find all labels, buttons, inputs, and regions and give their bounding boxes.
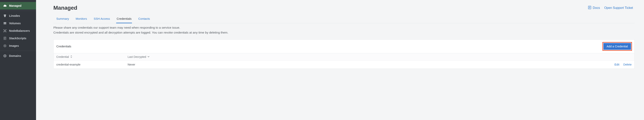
sidebar-divider	[0, 51, 36, 51]
description: Please share any credentials our support…	[53, 25, 634, 35]
tabs: Summary Monitors SSH Access Credentials …	[53, 15, 634, 23]
tab-monitors[interactable]: Monitors	[75, 15, 88, 23]
sidebar-item-domains[interactable]: Domains	[0, 52, 36, 60]
col-header-decrypted[interactable]: Last Decrypted	[128, 55, 606, 58]
sidebar-item-label: Volumes	[9, 22, 21, 25]
add-credential-button[interactable]: Add a Credential	[604, 43, 631, 50]
svg-rect-2	[4, 22, 6, 23]
linode-icon	[3, 14, 7, 18]
cell-credential-name: credential-example	[56, 63, 128, 66]
table-head: Credential Last Decrypted	[54, 53, 634, 61]
col-header-credential[interactable]: Credential	[56, 55, 128, 58]
tab-credentials[interactable]: Credentials	[116, 15, 132, 23]
sidebar-item-volumes[interactable]: Volumes	[0, 20, 36, 27]
sidebar-item-stackscripts[interactable]: StackScripts	[0, 35, 36, 42]
docs-link[interactable]: Docs	[588, 6, 600, 10]
cloud-icon	[3, 4, 7, 8]
sidebar-item-label: StackScripts	[9, 37, 26, 40]
edit-link[interactable]: Edit	[614, 63, 620, 66]
svg-point-8	[6, 32, 6, 32]
cell-last-decrypted: Never	[128, 63, 606, 66]
header-links: Docs Open Support Ticket	[588, 6, 633, 10]
svg-line-10	[5, 30, 6, 30]
sidebar-item-nodebalancers[interactable]: NodeBalancers	[0, 27, 36, 35]
panel-header: Credentials Add a Credential	[54, 40, 634, 53]
svg-line-12	[5, 31, 6, 32]
sidebar-item-linodes[interactable]: Linodes	[0, 12, 36, 20]
docs-icon	[588, 6, 592, 10]
cell-actions: Edit Delete	[606, 63, 632, 66]
sidebar-item-managed[interactable]: Managed	[0, 2, 36, 10]
svg-line-11	[4, 31, 4, 32]
col-header-decrypted-label: Last Decrypted	[128, 55, 146, 58]
svg-marker-1	[4, 16, 6, 17]
add-credential-highlight: Add a Credential	[602, 42, 632, 51]
sidebar-item-label: Images	[9, 44, 19, 47]
sidebar-item-label: Linodes	[9, 14, 20, 17]
volumes-icon	[3, 22, 7, 25]
svg-rect-3	[4, 24, 6, 24]
sort-icon	[70, 55, 72, 58]
sidebar-item-label: NodeBalancers	[9, 29, 30, 32]
description-line2: Credentials are stored encrypted and all…	[53, 30, 634, 35]
description-line1: Please share any credentials our support…	[53, 25, 634, 30]
images-icon	[3, 44, 7, 48]
globe-icon	[3, 54, 7, 58]
sidebar-item-label: Managed	[9, 4, 22, 7]
nodebalancers-icon	[3, 29, 7, 33]
col-header-credential-label: Credential	[56, 55, 69, 58]
sidebar-item-images[interactable]: Images	[0, 42, 36, 50]
stackscripts-icon	[3, 37, 7, 40]
svg-point-5	[4, 29, 4, 30]
page-title: Managed	[53, 5, 77, 11]
svg-point-18	[5, 46, 5, 46]
main-content: Managed Docs Open Support Ticket Summary…	[36, 0, 644, 120]
tab-ssh-access[interactable]: SSH Access	[93, 15, 110, 23]
col-header-actions	[606, 55, 632, 58]
credentials-panel: Credentials Add a Credential Credential …	[53, 40, 634, 69]
header-row: Managed Docs Open Support Ticket	[53, 5, 634, 11]
svg-point-7	[4, 32, 4, 32]
table-row: credential-example Never Edit Delete	[54, 61, 634, 68]
delete-link[interactable]: Delete	[623, 63, 632, 66]
support-ticket-link[interactable]: Open Support Ticket	[604, 6, 633, 10]
panel-title: Credentials	[56, 45, 71, 48]
sidebar: Managed Linodes Volumes NodeBalancers S	[0, 0, 36, 120]
tab-contacts[interactable]: Contacts	[138, 15, 150, 23]
svg-point-6	[6, 29, 6, 30]
sidebar-item-label: Domains	[9, 54, 21, 57]
chevron-down-icon	[147, 55, 150, 58]
docs-label: Docs	[593, 6, 600, 10]
svg-marker-0	[4, 15, 6, 16]
svg-line-9	[4, 30, 4, 30]
tab-summary[interactable]: Summary	[56, 15, 69, 23]
